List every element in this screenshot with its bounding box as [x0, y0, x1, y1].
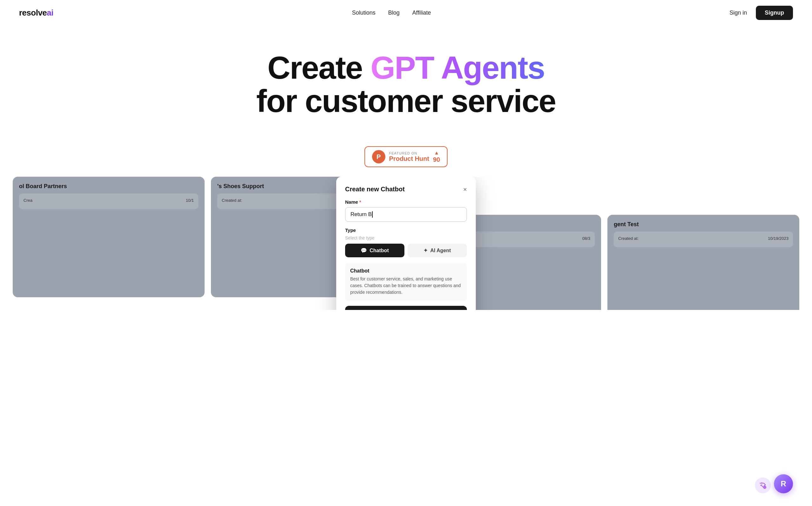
product-hunt-badge[interactable]: P FEATURED ON Product Hunt ▲ 90	[364, 146, 448, 167]
bg-card-2-created-label: Created at:	[222, 198, 242, 203]
nav-item-blog[interactable]: Blog	[388, 9, 400, 16]
user-avatar[interactable]: R	[774, 474, 793, 493]
chatbot-type-label: Chatbot	[369, 248, 388, 253]
bg-card-4-row: Created at: 10/19/2023	[618, 236, 789, 241]
bg-card-1: ol Board Partners Crea 10/1	[13, 177, 204, 297]
name-input-display[interactable]: Return B	[345, 207, 467, 222]
signup-button[interactable]: Signup	[756, 6, 793, 20]
chatbot-desc-title: Chatbot	[350, 268, 462, 274]
ph-name: Product Hunt	[389, 155, 430, 162]
bg-card-4: gent Test Created at: 10/19/2023	[608, 215, 799, 310]
create-chatbot-modal: Create new Chatbot × Name * Return B Typ…	[336, 177, 476, 310]
hero-line1: Create GPT Agents	[267, 50, 545, 85]
name-label-text: Name	[345, 199, 358, 204]
ph-icon: P	[372, 150, 385, 163]
ai-agent-type-label: AI Agent	[430, 248, 451, 253]
bg-card-1-created-value: 10/1	[186, 198, 194, 203]
bg-card-4-created-value: 10/19/2023	[768, 236, 789, 241]
demo-section: ol Board Partners Crea 10/1 's Shoes Sup…	[0, 177, 812, 310]
ai-agent-type-button[interactable]: ✦ AI Agent	[408, 244, 467, 257]
ph-arrow-icon: ▲	[434, 150, 439, 156]
chatbot-type-button[interactable]: 💬 Chatbot	[345, 244, 404, 257]
hero-create-text: Create	[267, 50, 370, 85]
product-hunt-section: P FEATURED ON Product Hunt ▲ 90	[0, 146, 812, 167]
affiliate-link[interactable]: Affiliate	[412, 9, 431, 16]
name-label: Name *	[345, 199, 467, 204]
type-label: Type	[345, 228, 467, 233]
translate-button[interactable]	[755, 478, 771, 493]
logo: resolveai	[19, 8, 53, 18]
hero-section: Create GPT Agents for customer service	[0, 26, 812, 131]
text-cursor	[372, 211, 373, 218]
translate-icon	[759, 482, 766, 489]
hero-heading: Create GPT Agents for customer service	[6, 51, 806, 118]
chatbot-type-icon: 💬	[361, 247, 367, 253]
nav-right: Sign in Signup	[730, 6, 793, 20]
chatbot-desc-text: Best for customer service, sales, and ma…	[350, 276, 462, 296]
bg-card-1-inner: Crea 10/1	[19, 193, 198, 209]
ph-text: FEATURED ON Product Hunt	[389, 151, 430, 162]
nav-links: Solutions Blog Affiliate	[352, 9, 431, 16]
modal-header: Create new Chatbot ×	[345, 186, 467, 193]
nav-item-affiliate[interactable]: Affiliate	[412, 9, 431, 16]
bg-card-1-created-label: Crea	[23, 198, 32, 203]
modal-close-button[interactable]: ×	[463, 186, 467, 192]
bg-card-4-title: gent Test	[614, 221, 793, 228]
ph-count: ▲ 90	[433, 150, 440, 163]
type-placeholder: Select the type	[345, 235, 467, 241]
bg-card-1-row: Crea 10/1	[23, 198, 194, 203]
bg-card-3-created-value: 08/3	[582, 236, 590, 241]
modal-title: Create new Chatbot	[345, 186, 405, 193]
name-field-group: Name * Return B	[345, 199, 467, 222]
ph-featured-label: FEATURED ON	[389, 151, 430, 155]
type-field-group: Type Select the type 💬 Chatbot ✦ AI Agen…	[345, 228, 467, 257]
continue-button[interactable]: Continue	[345, 306, 467, 310]
type-buttons-group: 💬 Chatbot ✦ AI Agent	[345, 244, 467, 257]
hero-gradient-text: GPT Agents	[370, 50, 545, 85]
name-required-marker: *	[359, 199, 361, 204]
ai-agent-type-icon: ✦	[424, 247, 428, 253]
bg-card-1-title: ol Board Partners	[19, 183, 198, 190]
solutions-link[interactable]: Solutions	[352, 9, 375, 16]
nav-item-solutions[interactable]: Solutions	[352, 9, 375, 16]
signin-link[interactable]: Sign in	[730, 9, 747, 16]
blog-link[interactable]: Blog	[388, 9, 400, 16]
bg-card-4-inner: Created at: 10/19/2023	[614, 232, 793, 247]
chatbot-description-box: Chatbot Best for customer service, sales…	[345, 263, 467, 301]
navbar: resolveai Solutions Blog Affiliate Sign …	[0, 0, 812, 26]
avatar-letter: R	[781, 479, 786, 488]
name-input-value: Return B	[351, 211, 372, 218]
hero-line2: for customer service	[256, 83, 556, 119]
ph-number: 90	[433, 156, 440, 163]
bg-card-4-created-label: Created at:	[618, 236, 638, 241]
